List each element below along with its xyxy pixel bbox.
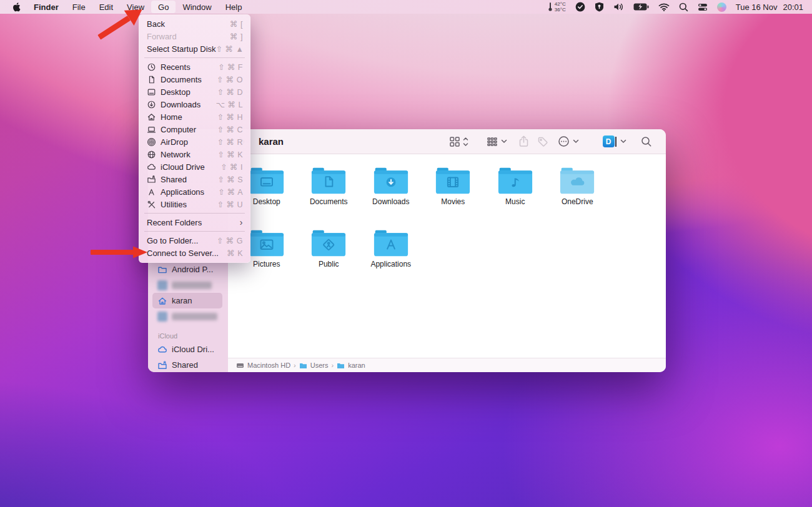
menu-item-forward[interactable]: Forward⌘ ] xyxy=(139,30,250,42)
disk-icon xyxy=(236,362,244,370)
apple-logo-icon xyxy=(12,2,21,12)
wifi-menu-icon[interactable] xyxy=(658,3,670,11)
temperature-widget[interactable]: 42°C36°C xyxy=(547,1,566,12)
chevron-updown-icon xyxy=(463,137,468,147)
sidebar-item-shared[interactable]: Shared xyxy=(152,357,222,373)
menu-item-documents[interactable]: Documents⇧ ⌘ O xyxy=(139,73,250,86)
folder-name: Applications xyxy=(370,260,411,268)
sidebar-item-label: Android P... xyxy=(172,265,213,274)
menu-item-recents[interactable]: Recents⇧ ⌘ F xyxy=(139,61,250,73)
sidebar-item-icloud-drive[interactable]: iCloud Dri... xyxy=(152,342,222,357)
control-center-icon xyxy=(698,3,708,11)
tag-button[interactable] xyxy=(537,136,548,147)
menu-item-network[interactable]: Network⇧ ⌘ K xyxy=(139,148,250,160)
apple-menu[interactable] xyxy=(12,2,21,12)
folder-applications[interactable]: Applications xyxy=(360,229,422,268)
menu-shortcut: ⇧ ⌘ K xyxy=(217,150,243,159)
battery-menu-icon[interactable] xyxy=(633,3,649,11)
menu-shortcut: ⌘ K xyxy=(227,249,243,258)
search-icon xyxy=(679,2,688,12)
screen: Android P... karan iCloud iCloud D xyxy=(0,0,812,507)
siri-menu-icon[interactable] xyxy=(717,2,726,12)
folder-name: Downloads xyxy=(372,197,409,206)
folder-movies[interactable]: Movies xyxy=(422,166,485,206)
menu-item-utilities[interactable]: Utilities⇧ ⌘ U xyxy=(139,198,250,210)
annotation-arrow-go xyxy=(92,4,150,42)
search-icon xyxy=(641,136,652,147)
control-center-menu-icon[interactable] xyxy=(698,3,708,11)
menu-item-label: Network xyxy=(161,150,191,159)
menu-separator xyxy=(144,213,245,214)
folder-name: Public xyxy=(319,260,339,268)
menu-item-downloads[interactable]: Downloads⌥ ⌘ L xyxy=(139,98,250,111)
menubar-app-finder[interactable]: Finder xyxy=(27,0,66,14)
menu-item-label: iCloud Drive xyxy=(161,162,205,172)
path-label: Users xyxy=(310,362,329,369)
path-segment-macintosh-hd[interactable]: Macintosh HD xyxy=(236,362,290,370)
extension-d-button[interactable]: D xyxy=(603,135,627,147)
path-label: Macintosh HD xyxy=(247,362,290,369)
menubar-clock[interactable]: Tue 16 Nov 20:01 xyxy=(736,2,803,12)
menu-shortcut: ⇧ ⌘ U xyxy=(217,200,243,209)
menu-item-go-to-folder[interactable]: Go to Folder...⇧ ⌘ G xyxy=(139,234,250,247)
menu-item-shared[interactable]: Shared⇧ ⌘ S xyxy=(139,173,250,185)
sidebar-item-android[interactable]: Android P... xyxy=(152,262,222,277)
security-check-menu-icon[interactable] xyxy=(575,2,585,12)
menu-shortcut: ⇧ ⌘ O xyxy=(217,75,243,84)
menubar-window[interactable]: Window xyxy=(176,0,218,14)
sidebar-item-redacted-2[interactable] xyxy=(152,308,222,324)
menubar-file[interactable]: File xyxy=(66,0,92,14)
folder-icon xyxy=(310,166,347,195)
folder-public[interactable]: Public xyxy=(298,229,360,268)
share-icon xyxy=(518,135,529,147)
group-by-button[interactable] xyxy=(487,136,507,147)
path-segment-karan[interactable]: karan xyxy=(337,362,365,370)
menu-item-applications[interactable]: Applications⇧ ⌘ A xyxy=(139,185,250,198)
menu-item-icloud-drive[interactable]: iCloud Drive⇧ ⌘ I xyxy=(139,160,250,173)
path-segment-users[interactable]: Users xyxy=(299,362,329,370)
toolbar-buttons: D xyxy=(449,135,666,147)
menu-item-computer[interactable]: Computer⇧ ⌘ C xyxy=(139,123,250,135)
menubar-go[interactable]: Go xyxy=(151,1,176,13)
menu-item-connect-to-server[interactable]: Connect to Server...⌘ K xyxy=(139,247,250,259)
menu-item-back[interactable]: Back⌘ [ xyxy=(139,17,250,30)
folder-onedrive[interactable]: OneDrive xyxy=(547,166,609,206)
path-bar: Macintosh HD › Users › karan xyxy=(228,358,666,372)
menu-shortcut: ⌥ ⌘ L xyxy=(216,100,243,109)
folder-name: OneDrive xyxy=(562,197,593,206)
sidebar-item-karan[interactable]: karan xyxy=(152,293,222,308)
folder-icon xyxy=(337,362,345,370)
menubar-help[interactable]: Help xyxy=(219,0,249,14)
speaker-icon xyxy=(613,2,624,11)
menu-shortcut: ⇧ ⌘ F xyxy=(218,62,243,72)
adguard-menu-icon[interactable] xyxy=(595,2,604,12)
menu-item-label: Utilities xyxy=(161,200,187,209)
folder-documents[interactable]: Documents xyxy=(298,166,360,206)
chevron-down-icon xyxy=(501,139,507,144)
search-button[interactable] xyxy=(641,136,652,147)
menu-item-select-startup-disk[interactable]: Select Startup Disk⇧ ⌘ ▲ xyxy=(139,42,250,55)
more-options-button[interactable] xyxy=(558,135,579,147)
menu-item-desktop[interactable]: Desktop⇧ ⌘ D xyxy=(139,86,250,98)
volume-menu-icon[interactable] xyxy=(613,2,624,11)
folder-contents: Desktop Documents Downloads Movies xyxy=(228,155,666,358)
menu-shortcut: ⌘ ] xyxy=(230,32,243,41)
menu-item-home[interactable]: Home⇧ ⌘ H xyxy=(139,111,250,123)
view-as-icons-button[interactable] xyxy=(449,136,468,147)
menu-item-label: Select Startup Disk xyxy=(147,44,216,54)
menu-item-recent-folders[interactable]: Recent Folders› xyxy=(139,216,250,229)
sidebar-item-redacted-1[interactable] xyxy=(152,277,222,293)
folder-music[interactable]: Music xyxy=(484,166,547,206)
menu-item-airdrop[interactable]: AirDrop⇧ ⌘ R xyxy=(139,135,250,148)
folder-name: Music xyxy=(505,197,525,206)
spotlight-menu-icon[interactable] xyxy=(679,2,688,12)
home-icon xyxy=(157,296,167,306)
menu-bar-status: 42°C36°C xyxy=(547,0,812,14)
download-circle-icon xyxy=(147,100,156,109)
check-circle-icon xyxy=(575,2,585,12)
menu-item-label: Forward xyxy=(147,32,177,41)
group-by-icon xyxy=(487,136,498,147)
folder-downloads[interactable]: Downloads xyxy=(360,166,422,206)
share-button[interactable] xyxy=(518,135,529,147)
chevron-down-icon xyxy=(620,139,626,144)
